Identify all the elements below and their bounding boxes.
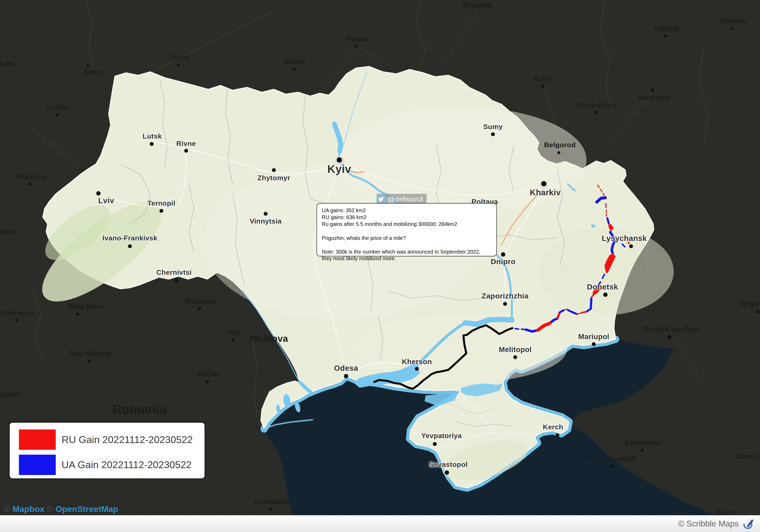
city-label: Sumy xyxy=(483,123,503,130)
city-dot xyxy=(603,292,608,297)
legend-row-ru: RU Gain 20221112-20230522 xyxy=(19,429,205,451)
city-dot xyxy=(160,209,163,213)
city-label: Odesa xyxy=(334,364,358,373)
city-label: Novorossiysk xyxy=(589,455,636,462)
city-label: Mariupol xyxy=(578,332,609,340)
city-label: Kyiv xyxy=(327,163,351,176)
city-dot xyxy=(206,380,209,383)
city-label: Donetsk xyxy=(587,283,618,291)
city-label: Constanta xyxy=(254,498,289,505)
city-dot xyxy=(542,85,545,88)
city-label: Rostov-on-Don xyxy=(643,325,698,334)
city-label: Stavro xyxy=(736,452,758,460)
footer-bar: © Scribble Maps xyxy=(0,515,760,532)
city-dot xyxy=(433,442,437,446)
city-dot xyxy=(55,114,58,117)
city-dot xyxy=(231,338,234,341)
city-label: Lublin xyxy=(47,103,69,111)
city-label: Mazyr xyxy=(285,58,305,66)
city-label: Kharkiv xyxy=(530,188,561,198)
legend: RU Gain 20221112-20230522 UA Gain 202211… xyxy=(9,422,206,479)
twitter-bird-icon xyxy=(377,195,385,204)
osm-link[interactable]: OpenStreetMap xyxy=(55,504,118,514)
city-label: Krasnodar xyxy=(625,439,661,446)
city-label: Voronezh xyxy=(638,93,670,101)
city-label: Brest xyxy=(84,68,103,76)
city-dot xyxy=(184,149,188,153)
city-dot xyxy=(557,151,560,154)
city-dot xyxy=(629,244,633,248)
city-dot xyxy=(445,470,449,475)
city-label: Bacău xyxy=(198,370,219,378)
map-canvas[interactable]: KyivZhytomyrLutskRivneLvivTernopilIvano-… xyxy=(0,0,760,515)
city-label: Tambov xyxy=(720,17,747,24)
city-dot xyxy=(555,433,559,437)
city-dot xyxy=(198,307,201,310)
osm-copyright-symbol: © xyxy=(47,504,53,514)
city-dot xyxy=(664,34,667,37)
city-dot xyxy=(150,142,154,146)
city-dot xyxy=(651,88,654,92)
city-dot xyxy=(344,374,348,378)
city-label: Volgo xyxy=(738,299,758,308)
city-label: Rzeszów xyxy=(16,172,46,180)
ua-gain-label: UA Gain 20221112-20230522 xyxy=(62,459,192,470)
city-label: Rivne xyxy=(176,140,196,147)
city-label: Sevastopol xyxy=(429,460,468,468)
city-label: saw xyxy=(0,59,14,68)
city-dot xyxy=(293,68,296,71)
city-label: Lutsk xyxy=(143,132,162,140)
city-label: Lysychansk xyxy=(602,234,647,243)
city-dot xyxy=(269,508,272,511)
city-label: Zaporizhzhia xyxy=(482,292,529,301)
city-label: řešov xyxy=(0,228,15,235)
map-attribution: © Mapbox © OpenStreetMap xyxy=(4,504,118,514)
city-label: Pinsk xyxy=(170,53,189,61)
city-dot xyxy=(415,367,419,371)
region-label: Moldova xyxy=(250,334,288,344)
city-dot xyxy=(513,355,517,359)
city-dot xyxy=(88,360,90,363)
city-label: Dnipro xyxy=(491,257,516,266)
city-label: Lipetsk xyxy=(654,24,679,32)
city-label: Ivano-Frankivsk xyxy=(102,234,157,242)
city-dot xyxy=(731,27,733,30)
ru-gain-label: RU Gain 20221112-20230522 xyxy=(62,434,193,446)
city-dot xyxy=(76,313,79,315)
city-dot xyxy=(501,252,505,257)
city-dot xyxy=(592,342,596,346)
city-label: Baia Mare xyxy=(69,303,103,310)
city-dot xyxy=(595,111,598,114)
scribble-maps-pen-icon[interactable] xyxy=(742,518,754,530)
city-dot xyxy=(28,183,31,185)
city-label: Vinnytsia xyxy=(250,217,282,225)
ua-gain-swatch xyxy=(19,455,56,475)
city-label: Cluj-Napoca xyxy=(69,349,111,357)
city-dot xyxy=(491,132,495,136)
city-label: Homel xyxy=(346,35,368,42)
city-dot xyxy=(272,168,276,172)
city-label: Yevpatoriya xyxy=(421,432,462,440)
city-label: Chernivtsi xyxy=(156,268,192,276)
city-label: Belgorod xyxy=(544,141,576,149)
city-label: Ternopil xyxy=(148,199,175,207)
mapbox-link[interactable]: Mapbox xyxy=(12,504,44,514)
city-dot xyxy=(96,191,101,196)
city-label: Botoșani xyxy=(185,297,216,305)
city-dot xyxy=(128,244,132,248)
city-dot xyxy=(610,465,613,468)
city-dot xyxy=(15,319,18,322)
city-label: Kherson xyxy=(402,358,432,366)
city-dot xyxy=(756,310,759,314)
city-label: ișoara xyxy=(0,390,20,398)
annotation-box: UA gains: 352 km2 RU gains: 636 km2 Ru g… xyxy=(316,203,497,257)
watermark-handle: @defmon3 xyxy=(388,195,423,203)
mapbox-copyright-symbol: © xyxy=(4,504,10,514)
city-dot xyxy=(541,181,546,186)
city-label: Melitopol xyxy=(499,345,532,354)
city-label: Kerch xyxy=(543,423,563,431)
city-label: Kursk xyxy=(534,75,554,82)
city-label: Zhytomyr xyxy=(258,174,290,181)
city-dot xyxy=(667,335,671,339)
scribble-maps-copyright: © Scribble Maps xyxy=(678,519,739,529)
